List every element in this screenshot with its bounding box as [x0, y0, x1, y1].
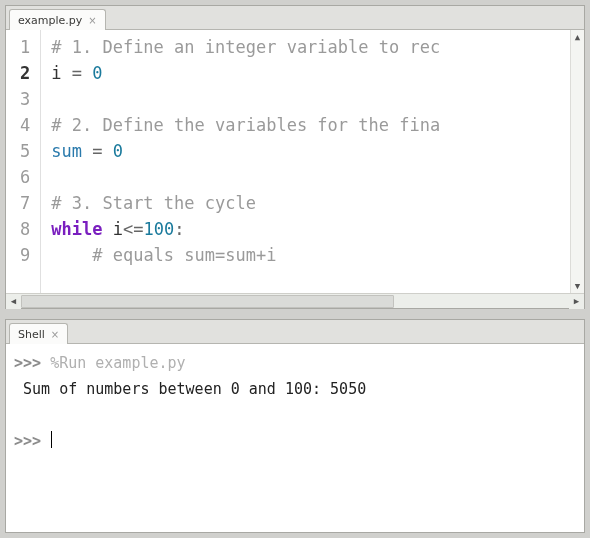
tab-label: Shell — [18, 328, 45, 341]
scroll-up-icon[interactable]: ▲ — [571, 30, 584, 44]
shell-line: Sum of numbers between 0 and 100: 5050 — [14, 376, 576, 402]
cursor — [51, 431, 52, 448]
editor-body[interactable]: 123456789 # 1. Define an integer variabl… — [6, 30, 584, 293]
tab-example-py[interactable]: example.py × — [9, 9, 106, 30]
line-number: 6 — [20, 164, 30, 190]
code-line[interactable]: # equals sum=sum+i — [51, 242, 584, 268]
code-line[interactable]: sum = 0 — [51, 138, 584, 164]
editor-horizontal-scrollbar[interactable]: ◀ ▶ — [6, 293, 584, 308]
line-number: 9 — [20, 242, 30, 268]
shell-pane: Shell × >>> %Run example.py Sum of numbe… — [5, 319, 585, 533]
scroll-down-icon[interactable]: ▼ — [571, 279, 584, 293]
line-number: 1 — [20, 34, 30, 60]
line-number: 8 — [20, 216, 30, 242]
tab-label: example.py — [18, 14, 82, 27]
shell-input-line[interactable]: >>> — [14, 428, 576, 454]
code-line[interactable]: i = 0 — [51, 60, 584, 86]
close-icon[interactable]: × — [51, 329, 59, 340]
editor-vertical-scrollbar[interactable]: ▲ ▼ — [570, 30, 584, 293]
close-icon[interactable]: × — [88, 15, 96, 26]
code-line[interactable]: # 3. Start the cycle — [51, 190, 584, 216]
line-gutter: 123456789 — [6, 30, 41, 293]
scroll-left-icon[interactable]: ◀ — [6, 294, 21, 309]
code-line[interactable]: while i<=100: — [51, 216, 584, 242]
line-number: 7 — [20, 190, 30, 216]
shell-line — [14, 402, 576, 428]
shell-line: >>> %Run example.py — [14, 350, 576, 376]
editor-pane: example.py × 123456789 # 1. Define an in… — [5, 5, 585, 309]
code-area[interactable]: # 1. Define an integer variable to reci … — [41, 30, 584, 293]
code-line[interactable] — [51, 164, 584, 190]
code-line[interactable]: # 2. Define the variables for the fina — [51, 112, 584, 138]
scroll-right-icon[interactable]: ▶ — [569, 294, 584, 309]
shell-tabs: Shell × — [6, 320, 584, 344]
line-number: 2 — [20, 60, 30, 86]
line-number: 4 — [20, 112, 30, 138]
shell-output[interactable]: >>> %Run example.py Sum of numbers betwe… — [6, 344, 584, 532]
editor-tabs: example.py × — [6, 6, 584, 30]
code-line[interactable] — [51, 86, 584, 112]
line-number: 5 — [20, 138, 30, 164]
code-line[interactable]: # 1. Define an integer variable to rec — [51, 34, 584, 60]
line-number: 3 — [20, 86, 30, 112]
tab-shell[interactable]: Shell × — [9, 323, 68, 344]
scroll-track[interactable] — [21, 294, 569, 309]
scroll-thumb[interactable] — [21, 295, 394, 308]
